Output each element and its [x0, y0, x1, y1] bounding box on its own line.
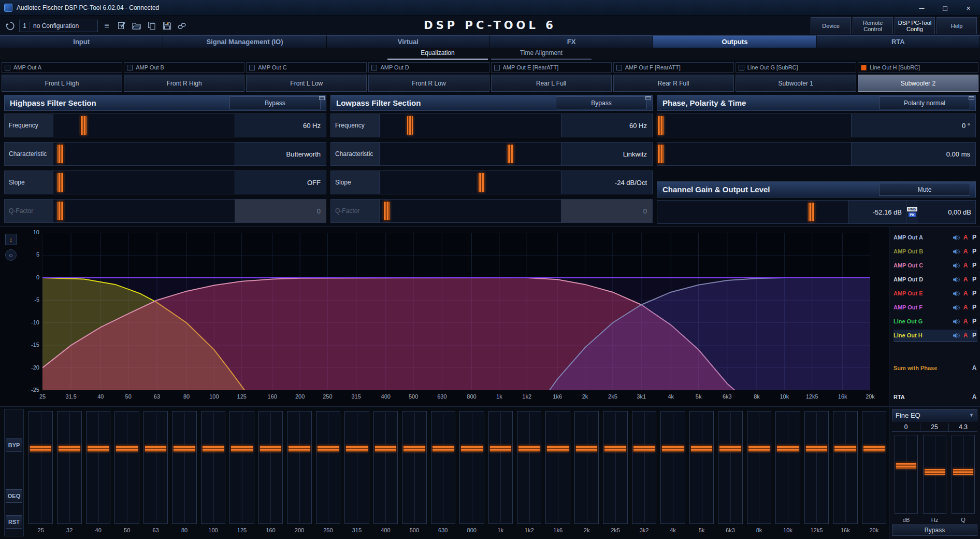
legend-sum-with-phase[interactable]: Sum with PhaseA — [893, 362, 977, 374]
eq-slider-8k[interactable] — [747, 411, 771, 524]
channel-enable-line-out-h-subrc[interactable]: Line Out H [SubRC] — [858, 62, 978, 73]
eq-slider-1k[interactable] — [488, 411, 513, 524]
open-folder-icon[interactable] — [131, 20, 143, 32]
copy-icon[interactable] — [146, 20, 158, 32]
checkbox-icon[interactable] — [861, 65, 867, 70]
eq-slider-handle[interactable] — [432, 445, 454, 452]
polarity-button[interactable]: Polarity normal — [879, 96, 970, 109]
eq-slider-handle[interactable] — [288, 445, 310, 452]
eq-slider-handle[interactable] — [575, 445, 598, 452]
legend-row-line-out-g[interactable]: Line Out GAP — [893, 316, 977, 327]
eq-slider-6k3[interactable] — [718, 411, 742, 524]
analyzer-toggle[interactable]: A — [962, 332, 969, 339]
eq-slider-handle[interactable] — [87, 445, 109, 452]
speaker-icon[interactable] — [953, 291, 960, 296]
close-button[interactable]: × — [957, 0, 980, 16]
legend-row-line-out-h[interactable]: Line Out HAP — [893, 330, 977, 341]
eq-slider-handle[interactable] — [260, 445, 282, 452]
cursor-tool-icon[interactable]: ○ — [5, 249, 17, 261]
phase-toggle[interactable]: P — [971, 290, 977, 297]
eq-slider-handle[interactable] — [776, 445, 799, 452]
phase-toggle[interactable]: P — [971, 304, 977, 311]
eq-slider-1k2[interactable] — [517, 411, 541, 524]
gain-slider[interactable] — [657, 200, 848, 224]
analyzer-toggle[interactable]: A — [962, 290, 969, 297]
tab-signal-management-io[interactable]: Signal Management (IO) — [163, 35, 326, 48]
analyzer-toggle[interactable]: A — [971, 364, 977, 372]
eq-slider-handle[interactable] — [690, 445, 713, 452]
analyzer-toggle[interactable]: A — [962, 276, 969, 283]
legend-row-amp-out-c[interactable]: AMP Out CAP — [893, 260, 977, 271]
highpass-slider-frequency[interactable] — [53, 114, 235, 137]
checkbox-icon[interactable] — [616, 65, 622, 70]
eq-slider-handle[interactable] — [661, 445, 684, 452]
eq-slider-handle[interactable] — [460, 445, 483, 452]
speaker-icon[interactable] — [953, 333, 960, 338]
help-button[interactable]: Help — [936, 17, 977, 34]
eq-slider-handle[interactable] — [633, 445, 655, 452]
highpass-slider-characteristic[interactable] — [53, 142, 235, 166]
highpass-bypass-button[interactable]: Bypass — [229, 96, 321, 109]
eq-slider-16k[interactable] — [833, 411, 857, 524]
eq-slider-handle[interactable] — [805, 445, 828, 452]
minimize-button[interactable]: ─ — [910, 0, 933, 16]
channel-button-rear-l-full[interactable]: Rear L Full — [491, 75, 612, 92]
checkbox-icon[interactable] — [5, 65, 10, 70]
graph-plot[interactable] — [42, 233, 870, 390]
lowpass-slider-slope[interactable] — [379, 171, 561, 194]
mute-button[interactable]: Mute — [879, 183, 970, 196]
speaker-icon[interactable] — [953, 305, 960, 310]
checkbox-icon[interactable] — [739, 65, 744, 70]
legend-row-amp-out-a[interactable]: AMP Out AAP — [893, 232, 977, 243]
eq-rst-button[interactable]: RST — [6, 515, 22, 529]
fine-eq-handle[interactable] — [924, 469, 945, 475]
slider-handle[interactable] — [57, 144, 64, 164]
eq-slider-12k5[interactable] — [804, 411, 829, 524]
legend-rta[interactable]: RTAA — [893, 391, 977, 403]
phase-toggle[interactable]: P — [971, 318, 977, 325]
eq-slider-handle[interactable] — [30, 445, 52, 452]
panel-window-icon[interactable] — [969, 96, 974, 100]
eq-slider-1k6[interactable] — [545, 411, 570, 524]
eq-slider-50[interactable] — [114, 411, 139, 524]
eq-slider-handle[interactable] — [403, 445, 425, 452]
dsp-pc-tool-config-button[interactable]: DSP PC-Tool Config — [895, 17, 935, 34]
eq-slider-handle[interactable] — [863, 445, 885, 452]
fine-eq-slider-db[interactable] — [895, 435, 918, 514]
slider-handle[interactable] — [57, 173, 64, 192]
eq-slider-handle[interactable] — [374, 445, 397, 452]
channel-enable-amp-out-f-rearatt[interactable]: AMP Out F [RearATT] — [613, 62, 734, 73]
eq-slider-315[interactable] — [344, 411, 369, 524]
highpass-slider-q-factor[interactable] — [53, 199, 235, 223]
eq-slider-2k5[interactable] — [603, 411, 627, 524]
slider-handle[interactable] — [383, 201, 390, 221]
checkbox-icon[interactable] — [494, 65, 500, 70]
maximize-button[interactable]: □ — [933, 0, 957, 16]
legend-row-amp-out-e[interactable]: AMP Out EAP — [893, 288, 977, 299]
eq-slider-250[interactable] — [316, 411, 340, 524]
channel-enable-amp-out-e-rearatt[interactable]: AMP Out E [RearATT] — [491, 62, 612, 73]
eq-slider-handle[interactable] — [317, 445, 339, 452]
eq-slider-handle[interactable] — [173, 445, 195, 452]
eq-slider-handle[interactable] — [546, 445, 569, 452]
phase-toggle[interactable]: P — [971, 332, 977, 339]
edit-icon[interactable] — [116, 20, 128, 32]
eq-slider-80[interactable] — [172, 411, 196, 524]
slider-handle[interactable] — [407, 116, 413, 135]
fine-eq-slider-q[interactable] — [952, 435, 975, 514]
legend-row-amp-out-b[interactable]: AMP Out BAP — [893, 246, 977, 257]
channel-enable-amp-out-b[interactable]: AMP Out B — [124, 62, 244, 73]
sync-icon[interactable] — [4, 20, 17, 32]
checkbox-icon[interactable] — [249, 65, 255, 70]
slider-handle[interactable] — [57, 201, 64, 221]
eq-slider-25[interactable] — [28, 411, 53, 524]
slider-handle[interactable] — [507, 144, 514, 164]
fine-eq-handle[interactable] — [896, 462, 917, 469]
analyzer-toggle[interactable]: A — [962, 304, 969, 311]
checkbox-icon[interactable] — [127, 65, 133, 70]
eq-slider-400[interactable] — [373, 411, 398, 524]
slider-handle[interactable] — [80, 116, 87, 135]
eq-slider-630[interactable] — [431, 411, 455, 524]
subtab-time-alignment[interactable]: Time Alignment — [491, 48, 592, 60]
channel-button-front-l-low[interactable]: Front L Low — [246, 75, 367, 92]
